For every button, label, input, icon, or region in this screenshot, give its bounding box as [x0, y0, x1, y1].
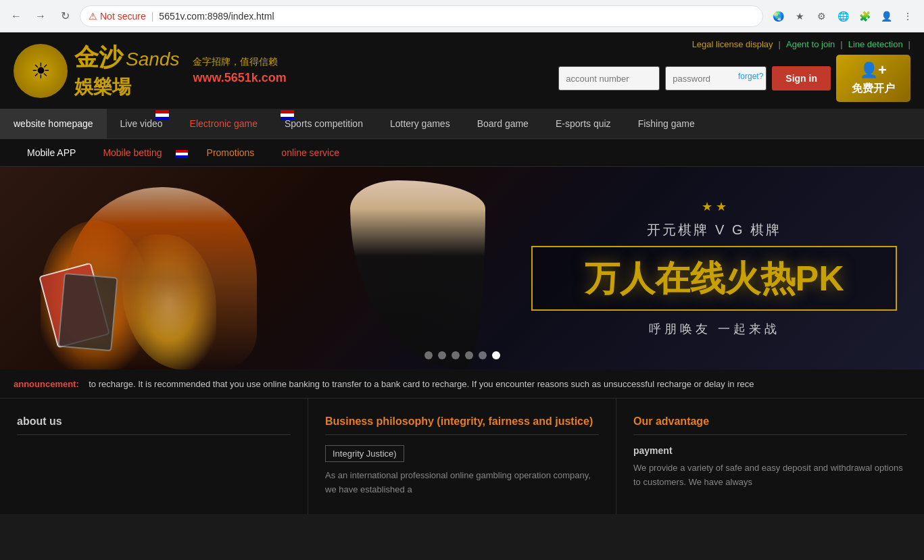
business-title: Business philosophy (integrity, fairness… — [325, 415, 599, 435]
logo-area: ☀ 金沙 Sands 娛樂場 金字招牌，值得信赖 www.5651k.com — [14, 41, 287, 100]
dot-6[interactable] — [492, 351, 500, 359]
account-input[interactable] — [558, 66, 660, 91]
banner-subtitle: 呼朋唤友 一起来战 — [531, 321, 897, 337]
secondary-nav: Mobile APP Mobile betting Promotions onl… — [0, 139, 924, 167]
business-text: As an international professional online … — [325, 469, 599, 497]
header-right: Legal license display | Agent to join | … — [558, 39, 910, 102]
banner-dots — [424, 351, 500, 359]
forward-button[interactable]: → — [31, 7, 50, 26]
flag-icon-2 — [281, 110, 294, 120]
nav-electronic-game[interactable]: Electronic game — [176, 109, 271, 138]
signin-button[interactable]: Sign in — [772, 66, 831, 91]
flag-icon-3 — [176, 150, 188, 158]
nav-board-game[interactable]: Board game — [464, 109, 542, 138]
url-display: 5651v.com:8989/index.html — [159, 11, 274, 22]
register-button[interactable]: 👤+ 免费开户 — [836, 55, 910, 102]
ticker-bar: announcement: to recharge. It is recomme… — [0, 370, 924, 399]
card-2 — [57, 273, 118, 352]
sec-nav-promotions[interactable]: Promotions — [193, 139, 268, 166]
browser-actions: 🌏 ★ ⚙ 🌐 🧩 👤 ⋮ — [769, 7, 917, 26]
advantage-section: Our advantage payment We provide a varie… — [616, 399, 924, 514]
ticker-text: to recharge. It is recommended that you … — [89, 379, 754, 389]
sec-nav-mobile-betting[interactable]: Mobile betting — [89, 139, 175, 166]
register-icon: 👤+ — [860, 61, 887, 79]
business-section: Business philosophy (integrity, fairness… — [308, 399, 616, 514]
banner-area: ★ ★ 开元棋牌 V G 棋牌 万人在线火热PK 呼朋唤友 一起来战 — [0, 167, 924, 370]
account-button[interactable]: 👤 — [877, 7, 896, 26]
link-sep-3: | — [908, 39, 910, 49]
browser-chrome: ← → ↻ ⚠ Not secure | 5651v.com:8989/inde… — [0, 0, 924, 32]
banner-content: ★ ★ 开元棋牌 V G 棋牌 万人在线火热PK 呼朋唤友 一起来战 — [0, 167, 924, 370]
banner-illustration — [27, 167, 506, 370]
main-nav: website homepage Live video Electronic g… — [0, 109, 924, 139]
banner-big-text: 万人在线火热PK — [531, 246, 897, 311]
puzzle-button[interactable]: 🧩 — [855, 7, 874, 26]
banner-title: 开元棋牌 V G 棋牌 — [531, 221, 897, 239]
site-header: ☀ 金沙 Sands 娛樂場 金字招牌，值得信赖 www.5651k.com L… — [0, 32, 924, 109]
nav-esports[interactable]: E-sports quiz — [542, 109, 625, 138]
sec-nav-mobile-app[interactable]: Mobile APP — [14, 139, 89, 166]
logo-text: 金沙 Sands 娛樂場 — [74, 41, 179, 100]
legal-license-link[interactable]: Legal license display — [692, 39, 773, 49]
nav-fishing[interactable]: Fishing game — [625, 109, 708, 138]
extension-button[interactable]: ⚙ — [812, 7, 831, 26]
about-us-section: about us — [0, 399, 308, 514]
advantage-text: We provide a variety of safe and easy de… — [633, 461, 907, 490]
login-area: forget? Sign in 👤+ 免费开户 — [558, 55, 910, 102]
ticker-label: announcement: — [14, 379, 79, 389]
logo-icon: ☀ — [14, 44, 68, 98]
agent-join-link[interactable]: Agent to join — [786, 39, 835, 49]
logo-chinese: 金沙 — [74, 41, 123, 74]
dot-2[interactable] — [438, 351, 446, 359]
sec-nav-online-service[interactable]: online service — [268, 139, 353, 166]
banner-text: ★ ★ 开元棋牌 V G 棋牌 万人在线火热PK 呼朋唤友 一起来战 — [531, 199, 897, 337]
lady-char — [350, 180, 485, 370]
banner-stars: ★ ★ — [531, 199, 897, 214]
globe-button[interactable]: 🌐 — [833, 7, 852, 26]
forget-password-link[interactable]: forget? — [738, 72, 763, 81]
nav-homepage[interactable]: website homepage — [0, 109, 107, 138]
back-button[interactable]: ← — [7, 7, 26, 26]
logo-tagline: 金字招牌，值得信赖 — [193, 56, 286, 68]
flag-icon-1 — [155, 110, 169, 120]
nav-lottery[interactable]: Lottery games — [376, 109, 464, 138]
integrity-badge: Integrity Justice) — [325, 445, 404, 462]
bottom-sections: about us Business philosophy (integrity,… — [0, 399, 924, 514]
translate-button[interactable]: 🌏 — [769, 7, 787, 26]
address-bar: ⚠ Not secure | 5651v.com:8989/index.html — [80, 5, 763, 27]
payment-label: payment — [633, 445, 907, 456]
bookmark-button[interactable]: ★ — [790, 7, 809, 26]
dot-4[interactable] — [465, 351, 473, 359]
separator: | — [151, 11, 154, 22]
dot-3[interactable] — [452, 351, 460, 359]
header-links: Legal license display | Agent to join | … — [692, 39, 910, 49]
dot-1[interactable] — [424, 351, 433, 359]
advantage-title: Our advantage — [633, 415, 907, 435]
dot-5[interactable] — [479, 351, 487, 359]
link-sep-2: | — [840, 39, 842, 49]
logo-venue: 娛樂場 — [74, 74, 179, 100]
refresh-button[interactable]: ↻ — [55, 7, 74, 26]
security-warning: ⚠ Not secure — [89, 11, 146, 22]
link-sep-1: | — [779, 39, 781, 49]
logo-url: www.5651k.com — [193, 71, 286, 85]
logo-sands: Sands — [126, 49, 179, 70]
line-detection-link[interactable]: Line detection — [848, 39, 903, 49]
menu-button[interactable]: ⋮ — [898, 7, 917, 26]
about-us-title: about us — [17, 415, 291, 435]
